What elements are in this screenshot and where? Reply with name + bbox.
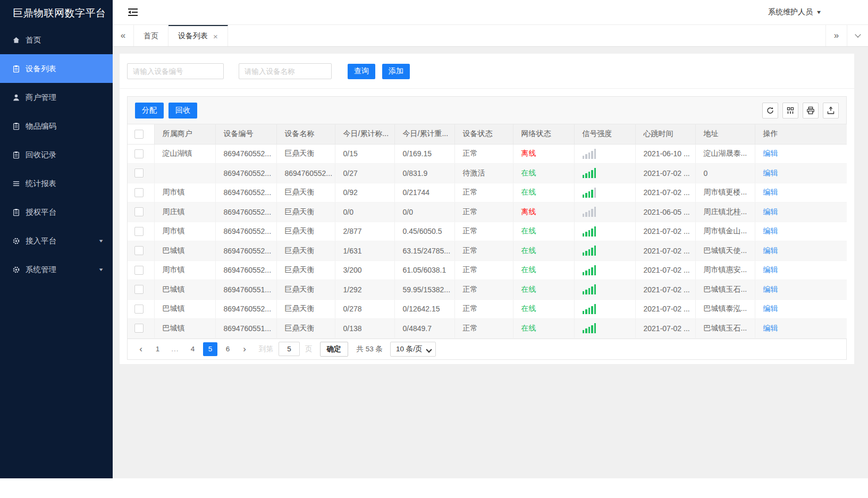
cell-heartbeat: 2021-06-05 ...	[635, 202, 695, 222]
print-button[interactable]	[803, 103, 819, 119]
edit-link[interactable]: 编辑	[763, 304, 778, 313]
row-checkbox[interactable]	[134, 246, 144, 255]
cell-address: 巴城镇天使...	[695, 241, 755, 261]
cell-address: 淀山湖晟泰...	[695, 144, 755, 164]
row-checkbox[interactable]	[134, 305, 144, 314]
edit-link[interactable]: 编辑	[763, 188, 778, 196]
cell-merchant: 周市镇	[154, 222, 215, 241]
row-checkbox[interactable]	[134, 227, 144, 236]
cell-device-number: 8694760552...	[215, 183, 276, 202]
page-ellipsis: ...	[168, 342, 182, 356]
page-1[interactable]: 1	[150, 342, 165, 356]
row-checkbox[interactable]	[134, 285, 144, 294]
tab-label: 首页	[144, 31, 158, 41]
tabs-scroll-right-button[interactable]: »	[825, 25, 847, 46]
sidebar-collapse-icon[interactable]	[128, 8, 138, 16]
prev-page-button[interactable]: ‹	[133, 344, 149, 354]
gear-icon	[12, 265, 20, 274]
edit-link[interactable]: 编辑	[763, 226, 778, 235]
home-icon	[12, 36, 20, 44]
next-page-button[interactable]: ›	[237, 344, 252, 354]
edit-link[interactable]: 编辑	[763, 265, 778, 274]
tabs-menu-button[interactable]	[847, 25, 868, 46]
cell-address: 巴城镇泰泓...	[695, 299, 755, 319]
sidebar-item-stats-report[interactable]: 统计报表	[0, 169, 113, 198]
sidebar-item-auth-platform[interactable]: 授权平台	[0, 198, 113, 226]
row-checkbox[interactable]	[134, 168, 144, 178]
tab-close-icon[interactable]: ×	[213, 32, 218, 40]
sidebar-item-system-mgmt[interactable]: 系统管理 ▼	[0, 255, 113, 284]
device-number-input[interactable]	[127, 63, 224, 79]
page-4[interactable]: 4	[186, 342, 200, 356]
recycle-button[interactable]: 回收	[168, 103, 197, 119]
sidebar-item-label: 回收记录	[26, 150, 56, 160]
sidebar-item-label: 设备列表	[26, 64, 56, 74]
sidebar-item-device-list[interactable]: 设备列表	[0, 54, 113, 83]
page-6[interactable]: 6	[221, 342, 235, 356]
page-5[interactable]: 5	[203, 342, 217, 356]
cell-heartbeat: 2021-07-02 ...	[635, 241, 695, 261]
goto-page-input[interactable]	[279, 342, 300, 356]
signal-strength-icon	[583, 149, 627, 159]
tabs-scroll-left-button[interactable]: «	[113, 25, 134, 46]
row-checkbox[interactable]	[134, 207, 144, 216]
sidebar-item-merchant-mgmt[interactable]: 商户管理	[0, 83, 113, 112]
query-button[interactable]: 查询	[348, 64, 375, 79]
total-count-label: 共 53 条	[357, 344, 383, 354]
pagination-bar: ‹ 1...456 › 到第 页 确定 共 53 条 10 条/页	[128, 339, 846, 359]
search-row: 查询 添加	[120, 63, 854, 89]
cell-today-count: 0/0	[335, 202, 394, 222]
refresh-button[interactable]	[762, 103, 778, 119]
cell-device-status: 正常	[454, 319, 513, 339]
row-checkbox[interactable]	[134, 324, 144, 333]
cell-heartbeat: 2021-07-02 ...	[635, 319, 695, 339]
cell-device-name: 巨鼎天衡	[276, 280, 335, 300]
tab-device-list[interactable]: 设备列表 ×	[168, 25, 228, 46]
columns-button[interactable]	[782, 103, 798, 119]
cell-device-name: 8694760552...	[276, 164, 335, 183]
edit-link[interactable]: 编辑	[763, 285, 778, 293]
cell-today-weight: 59.95/15382...	[394, 280, 454, 300]
page-size-select[interactable]: 10 条/页	[390, 342, 436, 357]
sidebar-item-item-code[interactable]: 物品编码	[0, 112, 113, 140]
cell-device-number: 8694760552...	[215, 164, 276, 183]
edit-link[interactable]: 编辑	[763, 168, 778, 177]
sidebar-item-home[interactable]: 首页	[0, 26, 113, 54]
export-button[interactable]	[823, 103, 839, 119]
cell-device-status: 待激活	[454, 164, 513, 183]
tab-spacer	[228, 25, 825, 46]
columns-icon	[786, 106, 795, 115]
tab-label: 设备列表	[178, 31, 208, 41]
bottom-strip	[0, 478, 868, 498]
row-checkbox[interactable]	[134, 266, 144, 275]
sidebar-item-label: 统计报表	[26, 179, 56, 189]
select-all-checkbox[interactable]	[134, 130, 144, 139]
edit-link[interactable]: 编辑	[763, 324, 778, 332]
cell-today-weight: 0.45/6050.5	[394, 222, 454, 241]
edit-link[interactable]: 编辑	[763, 207, 778, 216]
tab-home[interactable]: 首页	[134, 25, 168, 46]
cell-device-number: 8694760552...	[215, 222, 276, 241]
col-header-9: 地址	[695, 124, 755, 144]
cell-address: 周市镇金山...	[695, 222, 755, 241]
clipboard-icon	[12, 122, 20, 130]
cell-device-status: 正常	[454, 241, 513, 261]
cell-device-number: 8694760551...	[215, 319, 276, 339]
row-checkbox[interactable]	[134, 149, 144, 158]
row-checkbox[interactable]	[134, 188, 144, 197]
device-name-input[interactable]	[239, 63, 332, 79]
cell-today-weight: 61.05/6038.1	[394, 260, 454, 280]
cell-merchant: 周市镇	[154, 260, 215, 280]
edit-link[interactable]: 编辑	[763, 246, 778, 255]
select-all-cell	[128, 124, 154, 144]
sidebar-item-recycle-record[interactable]: 回收记录	[0, 140, 113, 169]
user-menu[interactable]: 系统维护人员 ▼	[768, 7, 821, 17]
cell-device-name: 巨鼎天衡	[276, 319, 335, 339]
cell-address: 巴城镇玉石...	[695, 319, 755, 339]
edit-link[interactable]: 编辑	[763, 149, 778, 157]
add-button[interactable]: 添加	[382, 64, 410, 79]
cell-device-name: 巨鼎天衡	[276, 183, 335, 202]
goto-confirm-button[interactable]: 确定	[320, 342, 348, 357]
sidebar-item-access-platform[interactable]: 接入平台 ▼	[0, 226, 113, 255]
assign-button[interactable]: 分配	[135, 103, 164, 119]
